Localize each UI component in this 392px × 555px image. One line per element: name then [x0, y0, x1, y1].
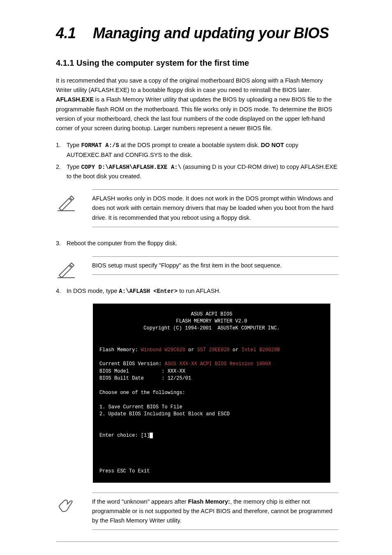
cursor — [150, 433, 152, 438]
bios-built-val: : 12/25/01 — [161, 375, 191, 381]
step-number: 3. — [56, 239, 67, 248]
divider — [92, 227, 339, 227]
note-1: AFLASH works only in DOS mode. It does n… — [56, 189, 339, 227]
bios-model-label: BIOS Model — [99, 368, 129, 374]
sub-heading: 4.1.1 Using the computer system for the … — [56, 58, 339, 68]
note-3: If the word "unknown" appears after Flas… — [56, 493, 339, 530]
page-heading: 4.1Managing and updating your BIOS — [56, 25, 339, 42]
note-text: If the word "unknown" appears after Flas… — [92, 493, 339, 530]
step-1: 1. Type FORMAT A:/S at the DOS prompt to… — [56, 140, 339, 160]
step-4: 4. In DOS mode, type A:\AFLASH <Enter> t… — [56, 286, 339, 296]
step-number: 1. — [56, 140, 67, 160]
step-text: Reboot the computer from the floppy disk… — [67, 239, 177, 248]
cur-ver-val: ASUS XXX-XX ACPI BIOS Revision 1008X — [164, 361, 271, 367]
divider — [92, 530, 339, 530]
footer-divider — [56, 541, 339, 542]
cur-ver-label: Current BIOS Version: — [99, 361, 161, 367]
option-1: 1. Save Current BIOS To File — [99, 404, 182, 410]
step-number: 4. — [56, 286, 67, 296]
flash-mem-3: Intel B28020B — [242, 347, 280, 353]
step-2: 2. Type COPY D:\AFLASH\AFLASH.EXE A:\ (a… — [56, 162, 339, 182]
step-text: In DOS mode, type A:\AFLASH <Enter> to r… — [67, 286, 221, 296]
intro-paragraph: It is recommended that you save a copy o… — [56, 76, 339, 133]
flash-mem-1: Winbond W29C020 — [141, 347, 185, 353]
pencil-icon — [56, 193, 76, 213]
flash-label: Flash Memory: — [99, 347, 138, 353]
step-text: Type FORMAT A:/S at the DOS prompt to cr… — [67, 140, 339, 160]
enter-choice: Enter choice: [1] — [99, 433, 150, 438]
divider — [92, 274, 339, 275]
step-text: Type COPY D:\AFLASH\AFLASH.EXE A:\ (assu… — [67, 162, 339, 182]
terminal-screenshot: ASUS ACPI BIOSFLASH MEMORY WRITER V2.0Co… — [93, 304, 330, 483]
choose-label: Choose one of the followings: — [99, 390, 185, 396]
terminal-copyright: Copyright (C) 1994-2001 ASUSTeK COMPUTER… — [99, 325, 324, 332]
bios-built-label: BIOS Built Date — [99, 375, 144, 381]
hand-icon — [56, 496, 76, 516]
pencil-icon — [56, 260, 76, 280]
bios-model-val: : XXX-XX — [161, 368, 185, 374]
terminal-subtitle: FLASH MEMORY WRITER V2.0 — [99, 318, 324, 325]
note-text: BIOS setup must specify "Floppy" as the … — [92, 257, 339, 274]
step-number: 2. — [56, 162, 67, 182]
note-text: AFLASH works only in DOS mode. It does n… — [92, 190, 339, 227]
option-2: 2. Update BIOS Including Boot Block and … — [99, 411, 230, 417]
terminal-title: ASUS ACPI BIOS — [99, 311, 324, 318]
flash-mem-2: SST 29EE020 — [197, 347, 230, 353]
heading-title: Managing and updating your BIOS — [93, 25, 329, 41]
heading-number: 4.1 — [56, 25, 93, 42]
note-2: BIOS setup must specify "Floppy" as the … — [56, 256, 339, 275]
step-3: 3. Reboot the computer from the floppy d… — [56, 239, 339, 248]
esc-hint: Press ESC To Exit — [99, 468, 150, 474]
